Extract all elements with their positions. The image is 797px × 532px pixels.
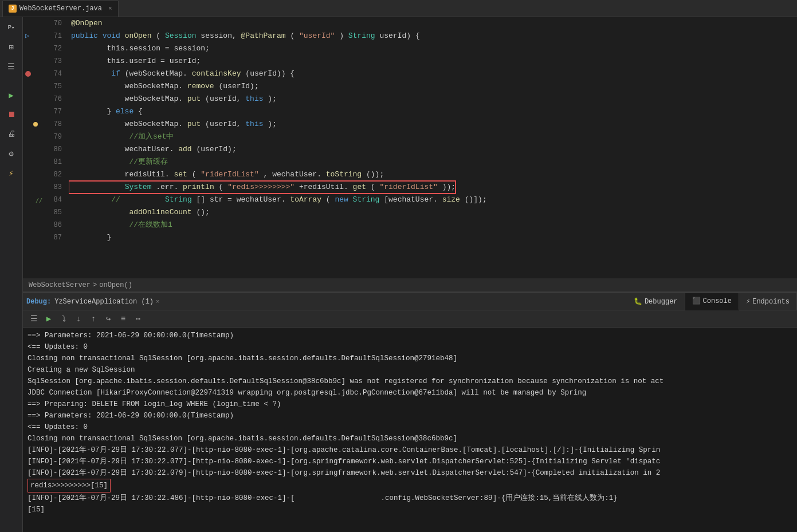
line-86-num: 86 (23, 219, 69, 231)
line-73-num: 73 (23, 55, 69, 68)
line-77-num: 77 (23, 105, 69, 118)
line-71-num: ▷ 71 (23, 30, 69, 42)
debug-toolbar: ☰ ▶ ⤵ ↓ ↑ ↪ ≡ ⋯ (23, 310, 797, 328)
line-87-num: 87 (23, 231, 69, 244)
code-line-71: public void onOpen ( Session session, @P… (69, 30, 797, 42)
console-line-12: [INFO]-[2021年-07月-29日 17:30:22.077]-[htt… (28, 456, 792, 467)
step-over-btn[interactable]: ⤵ (57, 313, 70, 325)
console-line-1: ==> Parameters: 2021-06-29 00:00:00.0(Ti… (28, 330, 792, 341)
print-icon[interactable]: 🖨 (3, 126, 19, 142)
line-85-num: 85 (23, 206, 69, 219)
console-line-8: ==> Parameters: 2021-06-29 00:00:00.0(Ti… (28, 410, 792, 421)
line-83-num: 83 (23, 181, 69, 194)
endpoints-icon: ⚡ (746, 297, 750, 306)
code-line-72: this.session = session; (69, 42, 797, 55)
code-line-84: // String [] str = wechatUser. toArray (… (69, 194, 797, 206)
debug-tab-bar: Debug: YzServiceApplication (1) × 🐛 Debu… (23, 293, 797, 310)
console-line-redis-boxed: redis>>>>>>>>>[15] (28, 479, 792, 492)
debugger-label: Debugger (645, 298, 678, 306)
code-line-86: //在线数加1 (69, 219, 797, 231)
clear-console-btn[interactable]: ☰ (28, 313, 40, 325)
console-line-3: Closing non transactional SqlSession [or… (28, 353, 792, 364)
debug-label: Debug: (26, 298, 51, 306)
line-81-num: 81 (23, 156, 69, 168)
console-line-14: [INFO]-[2021年-07月-29日 17:30:22.486]-[htt… (28, 492, 792, 504)
editor-wrapper: 70 ▷ 71 72 73 74 75 76 77 (23, 17, 797, 532)
code-line-83: System .err. println ( "redis>>>>>>>>" +… (69, 181, 456, 194)
main-row: P▾ ⊞ ☰ ▶ ⏹ 🖨 ⚙ ⚡ 70 ▷ 71 72 73 (0, 17, 797, 532)
close-debug-icon[interactable]: × (156, 298, 160, 305)
tab-console[interactable]: ⬛ Console (685, 293, 739, 310)
breadcrumb-sep: > (93, 281, 97, 289)
line-75-num: 75 (23, 80, 69, 93)
endpoints-label: Endpoints (752, 298, 790, 306)
console-line-5: SqlSession [org.apache.ibatis.session.de… (28, 376, 792, 387)
line-80-num: 80 (23, 143, 69, 156)
code-line-78: webSocketMap. put (userId, this ); (69, 118, 797, 131)
tab-debugger[interactable]: 🐛 Debugger (627, 293, 685, 310)
code-line-81: //更新缓存 (69, 156, 797, 168)
console-line-7: ==> Preparing: DELETE FROM login_log WHE… (28, 399, 792, 410)
console-line-11: [INFO]-[2021年-07月-29日 17:30:22.077]-[htt… (28, 444, 792, 456)
console-line-15: [15] (28, 504, 792, 515)
tab-endpoints[interactable]: ⚡ Endpoints (739, 293, 797, 310)
stop-icon[interactable]: ⏹ (3, 107, 19, 123)
toolbar-grid-icon[interactable]: ⊞ (3, 39, 19, 55)
code-line-82: redisUtil. set ( "riderIdList" , wechatU… (69, 168, 797, 181)
evaluate-btn[interactable]: ≡ (117, 313, 129, 325)
tab-websocketserver[interactable]: J WebSocketServer.java × (2, 1, 119, 17)
run-icon[interactable]: ▶ (3, 87, 19, 103)
debugger-icon: 🐛 (634, 297, 642, 306)
code-line-87: } (69, 231, 797, 244)
left-icons-bar: P▾ ⊞ ☰ ▶ ⏹ 🖨 ⚙ ⚡ (0, 17, 23, 532)
line-84-num: // 84 (23, 194, 69, 206)
line-78-num: 78 (23, 118, 69, 131)
code-editor[interactable]: 70 ▷ 71 72 73 74 75 76 77 (23, 17, 797, 278)
code-line-73: this.userId = userId; (69, 55, 797, 68)
console-line-4: Creating a new SqlSession (28, 364, 792, 376)
line-82-num: 82 (23, 168, 69, 181)
code-line-79: //加入set中 (69, 131, 797, 143)
blue-arrow-icon: ▷ (25, 30, 29, 42)
code-line-85: addOnlineCount (); (69, 206, 797, 219)
line-72-num: 72 (23, 42, 69, 55)
lightning-icon[interactable]: ⚡ (3, 165, 19, 181)
tab-label: WebSocketServer.java (19, 5, 102, 13)
toolbar-menu-icon[interactable]: ☰ (3, 58, 19, 74)
code-line-76: webSocketMap. put (userId, this ); (69, 93, 797, 105)
console-line-6: JDBC Connection [HikariProxyConnection@2… (28, 387, 792, 399)
close-icon[interactable]: × (108, 5, 112, 12)
console-line-2: <== Updates: 0 (28, 341, 792, 353)
console-label: Console (703, 297, 732, 305)
breakpoint-icon (25, 71, 31, 77)
java-file-icon: J (9, 5, 17, 13)
toolbar-p-button[interactable]: P▾ (3, 19, 19, 36)
breadcrumb-method: onOpen() (99, 281, 132, 289)
tab-bar: J WebSocketServer.java × (0, 0, 797, 17)
console-line-13: [INFO]-[2021年-07月-29日 17:30:22.079]-[htt… (28, 467, 792, 479)
code-line-70: @OnOpen (69, 17, 797, 30)
code-line-74: if (webSocketMap. containsKey (userId)) … (69, 68, 797, 80)
breadcrumb-bar: WebSocketServer > onOpen() (23, 278, 797, 292)
line-70-num: 70 (23, 17, 69, 30)
step-out-btn[interactable]: ↑ (87, 313, 100, 325)
code-line-77: } else { (69, 105, 797, 118)
code-line-80: wechatUser. add (userId); (69, 143, 797, 156)
line-74-num: 74 (23, 68, 69, 80)
redis-output-boxed: redis>>>>>>>>>[15] (28, 479, 111, 492)
yellow-dot-icon (33, 122, 38, 127)
resume-btn[interactable]: ▶ (42, 313, 55, 325)
code-lines: @OnOpen public void onOpen ( Session ses… (69, 17, 797, 278)
line-numbers: 70 ▷ 71 72 73 74 75 76 77 (23, 17, 69, 278)
app-root: J WebSocketServer.java × P▾ ⊞ ☰ ▶ ⏹ 🖨 ⚙ … (0, 0, 797, 532)
debug-section: Debug: YzServiceApplication (1) × 🐛 Debu… (23, 292, 797, 532)
more-btn[interactable]: ⋯ (132, 313, 144, 325)
console-line-9: <== Updates: 0 (28, 421, 792, 433)
step-into-btn[interactable]: ↓ (72, 313, 85, 325)
line-79-num: 79 (23, 131, 69, 143)
debug-app-name[interactable]: YzServiceApplication (1) (54, 298, 154, 306)
breadcrumb-websocketserver: WebSocketServer (29, 281, 91, 289)
run-to-cursor-btn[interactable]: ↪ (102, 313, 115, 325)
line-76-num: 76 (23, 93, 69, 105)
settings-icon[interactable]: ⚙ (3, 145, 19, 161)
